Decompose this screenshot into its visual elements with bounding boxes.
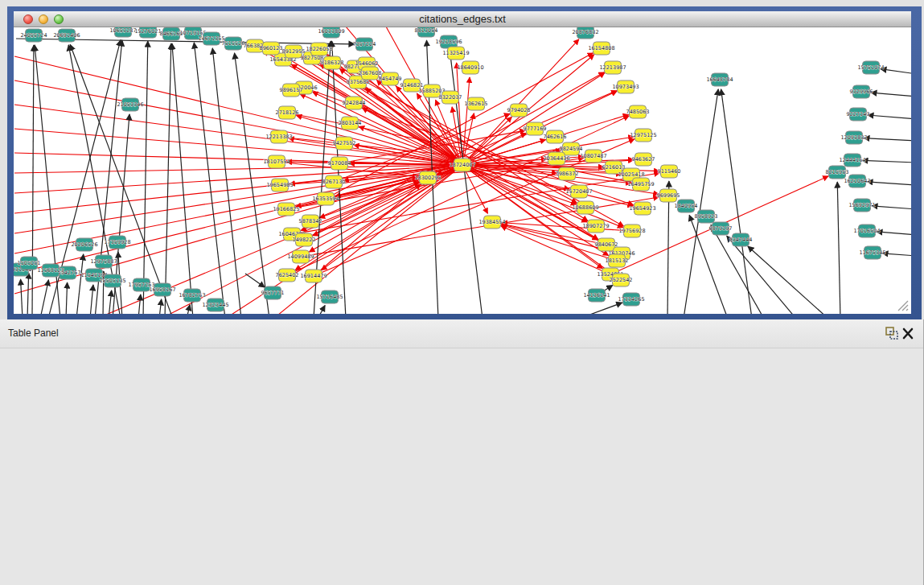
network-node[interactable]: 8960123: [260, 42, 283, 55]
minimize-window-icon[interactable]: [39, 14, 48, 24]
network-edge[interactable]: [864, 138, 911, 141]
network-canvas[interactable]: 1872400718300295240557242069140610653287…: [14, 27, 911, 314]
network-edge[interactable]: [143, 41, 148, 314]
network-node[interactable]: 2803144: [339, 117, 362, 130]
network-edge[interactable]: [138, 295, 141, 314]
network-node[interactable]: 1362615: [465, 97, 488, 110]
network-edge[interactable]: [871, 93, 911, 97]
network-node[interactable]: 16914479: [300, 270, 326, 282]
network-node[interactable]: 9463627: [632, 153, 655, 166]
network-node[interactable]: 8186328: [321, 56, 344, 69]
network-node[interactable]: 15692971: [848, 199, 875, 212]
network-node[interactable]: 12093832: [840, 131, 867, 144]
network-node[interactable]: 19756928: [618, 225, 645, 237]
network-node[interactable]: 8454749: [379, 72, 402, 85]
network-node[interactable]: 18640910: [457, 61, 483, 74]
network-node[interactable]: 7625402: [276, 269, 299, 282]
network-node[interactable]: 9170084: [328, 157, 351, 170]
network-edge[interactable]: [721, 89, 752, 314]
close-window-icon[interactable]: [23, 14, 33, 24]
network-node[interactable]: 9896157: [280, 84, 303, 97]
network-node[interactable]: 1840954: [675, 200, 698, 212]
network-edge[interactable]: [76, 254, 84, 314]
network-node[interactable]: 16033809: [318, 27, 344, 38]
network-edge[interactable]: [877, 232, 911, 235]
network-node[interactable]: 1505051: [18, 257, 41, 270]
close-panel-icon[interactable]: [901, 326, 914, 340]
network-node[interactable]: 9242844: [343, 97, 366, 109]
network-node[interactable]: 2718126: [276, 106, 299, 119]
network-node[interactable]: 9115460: [658, 165, 681, 178]
network-node[interactable]: 18107554: [263, 155, 290, 168]
float-panel-icon[interactable]: [885, 326, 899, 340]
network-node[interactable]: 14136141: [583, 289, 610, 302]
network-edge[interactable]: [235, 53, 269, 314]
network-edge[interactable]: [109, 290, 112, 314]
network-edge[interactable]: [14, 166, 454, 213]
network-node[interactable]: 2522542: [610, 274, 633, 286]
resize-grip-icon[interactable]: [897, 299, 910, 312]
network-node[interactable]: 10653287: [109, 27, 136, 37]
network-edge[interactable]: [159, 299, 162, 314]
network-edge[interactable]: [318, 305, 325, 314]
network-node[interactable]: 15751074: [857, 61, 884, 74]
network-edge[interactable]: [862, 160, 911, 163]
network-edge[interactable]: [294, 180, 419, 208]
network-edge[interactable]: [27, 273, 29, 314]
network-node[interactable]: 9794028: [507, 104, 531, 117]
network-node[interactable]: 19654923: [629, 202, 655, 215]
network-node[interactable]: 9657771: [261, 286, 285, 299]
network-node[interactable]: 12323445: [202, 299, 228, 311]
network-node[interactable]: 9329966: [850, 85, 873, 98]
network-edge[interactable]: [579, 303, 622, 314]
network-node[interactable]: 5878342: [299, 215, 322, 228]
network-edge[interactable]: [165, 43, 171, 314]
network-node[interactable]: 21053346: [117, 98, 143, 111]
network-node[interactable]: 19166825: [273, 203, 299, 216]
network-node[interactable]: 7485063: [626, 105, 650, 118]
network-node[interactable]: 7357224: [353, 38, 376, 51]
network-node[interactable]: 7986372: [556, 167, 579, 180]
network-edge[interactable]: [21, 279, 23, 314]
network-node[interactable]: 1498222: [293, 233, 316, 246]
network-node[interactable]: 12213987: [599, 61, 626, 74]
network-node[interactable]: 12975125: [630, 129, 656, 142]
network-edge[interactable]: [881, 69, 911, 74]
network-node[interactable]: 20876832: [572, 27, 598, 39]
network-node[interactable]: 8813054: [415, 27, 438, 37]
network-edge[interactable]: [245, 274, 265, 287]
network-node[interactable]: 8912955: [282, 45, 306, 58]
network-edge[interactable]: [837, 182, 840, 314]
network-node[interactable]: 8215953: [826, 166, 849, 179]
network-node[interactable]: 7515526: [222, 37, 245, 50]
network-edge[interactable]: [868, 115, 911, 119]
network-node[interactable]: 12444154: [839, 154, 865, 167]
network-node[interactable]: 9227343: [847, 108, 870, 121]
network-edge[interactable]: [882, 253, 911, 256]
network-node[interactable]: 24055724: [20, 29, 47, 42]
network-edge[interactable]: [32, 45, 34, 314]
network-node[interactable]: 19654985: [266, 179, 293, 192]
network-node[interactable]: 17334265: [618, 293, 644, 306]
network-node[interactable]: 9427552: [333, 137, 356, 150]
network-edge[interactable]: [469, 73, 605, 161]
network-node[interactable]: 16648784: [706, 73, 733, 86]
network-edge[interactable]: [90, 285, 93, 314]
network-edge[interactable]: [172, 43, 193, 314]
network-node[interactable]: 12975887: [90, 255, 117, 268]
network-edge[interactable]: [748, 246, 828, 314]
network-node[interactable]: 8267130: [322, 175, 346, 188]
network-edge[interactable]: [867, 182, 911, 185]
network-edge[interactable]: [872, 206, 911, 209]
network-edge[interactable]: [194, 43, 225, 314]
network-node[interactable]: 15276021: [134, 27, 161, 38]
network-node[interactable]: 15716485: [316, 290, 343, 303]
network-node[interactable]: 16782753: [179, 289, 205, 302]
zoom-window-icon[interactable]: [54, 14, 64, 24]
network-edge[interactable]: [14, 165, 454, 173]
network-node[interactable]: 17016504: [853, 225, 880, 237]
network-edge[interactable]: [212, 48, 241, 314]
network-node[interactable]: 11675345: [859, 246, 885, 259]
network-edge[interactable]: [727, 236, 796, 314]
network-node[interactable]: 1815132: [606, 254, 629, 267]
